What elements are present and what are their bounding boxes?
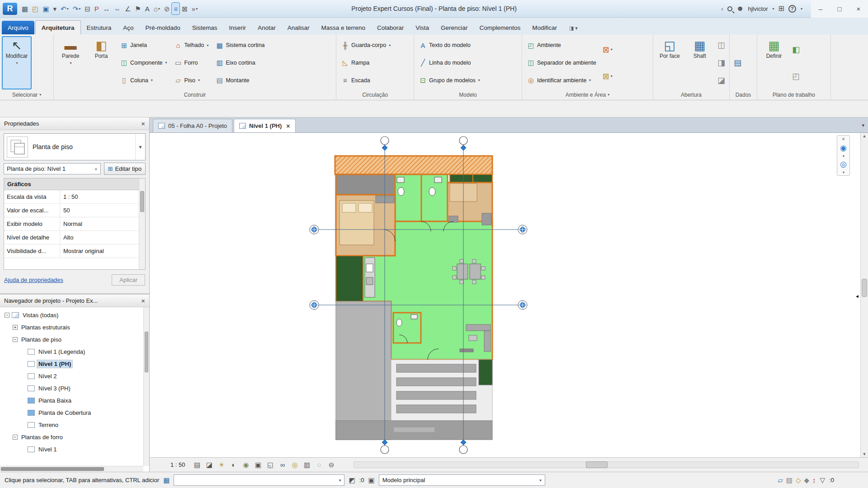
parede-button[interactable]: ▬Parede▾ [56, 36, 85, 89]
ribbon-state-dropdown-icon[interactable]: ▾ [575, 26, 578, 31]
janela-button[interactable]: ⊞Janela [118, 41, 170, 50]
eixo-cortina-button[interactable]: ▥Eixo cortina [213, 58, 267, 67]
export-pdf-button[interactable]: P [93, 3, 101, 14]
modificar-button[interactable]: ↖Modificar▾ [2, 36, 32, 89]
scroll-up-icon[interactable]: ▲ [861, 134, 868, 138]
workset-selector[interactable]: ▾ [174, 474, 344, 486]
componente-button[interactable]: ◫Componente▾ [118, 58, 170, 67]
por-face-button[interactable]: ◱Por face [655, 36, 684, 89]
tree-item-nivel-1-legenda[interactable]: Nível 1 (Legenda) [0, 346, 149, 358]
property-value[interactable]: 50 [60, 204, 145, 217]
steering-wheel-icon[interactable]: ◉ [840, 144, 847, 152]
tree-item-nivel-1[interactable]: Nível 1 [0, 443, 149, 455]
property-value[interactable]: Mostrar original [60, 244, 145, 258]
scroll-down-icon[interactable]: ▼ [861, 452, 868, 456]
project-browser-close-icon[interactable]: × [141, 297, 145, 305]
tree-item-plantas-estruturais[interactable]: +Plantas estruturais [0, 321, 149, 333]
ribbon-tab-sistemas[interactable]: Sistemas [186, 21, 223, 34]
grupo-de-modelos-button[interactable]: ⊡Grupo de modelos▾ [417, 76, 482, 84]
tree-item-plantas-de-forro[interactable]: −Plantas de forro [0, 431, 149, 443]
canvas-horizontal-scrollbar[interactable] [354, 461, 859, 468]
revit-icon[interactable]: R [3, 3, 17, 15]
ribbon-tab-massa-e-terreno[interactable]: Massa e terreno [316, 21, 372, 34]
shaft-button[interactable]: ▦Shaft [685, 36, 714, 89]
workplane-viewer-button[interactable]: ◰ [791, 71, 801, 81]
forro-button[interactable]: ▭Forro [172, 58, 211, 67]
search-icon[interactable] [727, 6, 732, 11]
dormer-opening-button[interactable]: ◪ [717, 75, 726, 85]
steering-wheel-dropdown-icon[interactable]: ▾ [843, 154, 844, 158]
maximize-button[interactable]: □ [830, 0, 849, 18]
hide-analytical-button[interactable]: ◌ [314, 460, 325, 470]
ribbon-tab-arquivo[interactable]: Arquivo [2, 21, 34, 34]
edit-type-button[interactable]: ⊞ Editar tipo [104, 163, 146, 175]
linha-do-modelo-button[interactable]: ╱Linha do modelo [417, 58, 482, 67]
shadows-button[interactable]: ◐ [228, 460, 240, 470]
datum-button[interactable]: ▤ [733, 58, 742, 68]
undo-button[interactable]: ↶▾ [59, 3, 71, 14]
canvas-vertical-scrollbar[interactable]: ▲ ▼ [860, 133, 868, 457]
render-button[interactable]: ◉ [241, 460, 252, 470]
canvas-vscroll-thumb[interactable] [862, 279, 867, 297]
element-selector[interactable]: Planta de piso: Nível 1∨ [4, 163, 101, 174]
design-options-icon[interactable]: ▣ [368, 477, 374, 483]
section-button[interactable]: ⊘ [162, 3, 172, 14]
user-dropdown-icon[interactable]: ▾ [773, 7, 774, 11]
worksets-icon[interactable]: ▦ [163, 477, 170, 483]
reveal-hidden-button[interactable]: ◎ [289, 460, 301, 470]
switch-windows-button[interactable]: »▾ [190, 3, 199, 14]
escada-button[interactable]: ≡Escada [339, 76, 393, 84]
apply-button[interactable]: Aplicar [112, 274, 145, 286]
tab-close-icon[interactable]: × [286, 122, 290, 130]
panel-label[interactable]: Modelo [414, 89, 522, 100]
porta-button[interactable]: ◧Porta [86, 36, 116, 89]
navbar-close-icon[interactable]: × [842, 136, 845, 142]
collapse-icon[interactable]: − [13, 337, 18, 342]
close-button[interactable]: × [849, 0, 868, 18]
canvas-hscroll-thumb[interactable] [586, 461, 608, 468]
area-button[interactable]: ⊠▾ [602, 45, 613, 55]
selection-filter-icon[interactable]: ▽ [820, 477, 826, 483]
definir-button[interactable]: ▦Definir [759, 36, 789, 89]
texto-do-modelo-button[interactable]: ATexto do modelo [417, 41, 482, 50]
design-option-selector[interactable]: Modelo principal▾ [379, 474, 545, 486]
coluna-button[interactable]: ▯Coluna▾ [118, 76, 170, 84]
select-links-toggle[interactable]: ▱ [778, 477, 783, 484]
text-button[interactable]: A [143, 3, 151, 14]
drag-on-selection-toggle[interactable]: ↕ [812, 477, 816, 484]
editing-requests-icon[interactable]: ◩ [349, 477, 355, 483]
ribbon-tab-inserir[interactable]: Inserir [223, 21, 252, 34]
show-workplane-button[interactable]: ◧ [791, 45, 801, 55]
telhado-button[interactable]: ⌂Telhado▾ [172, 41, 211, 50]
ribbon-tab-estrutura[interactable]: Estrutura [81, 21, 118, 34]
zoom-dropdown-icon[interactable]: ▾ [843, 170, 844, 174]
document-tab-05-folha-a0-projeto[interactable]: 05 - Folha A0 - Projeto [153, 119, 232, 132]
print-button[interactable]: ⊟ [83, 3, 92, 14]
montante-button[interactable]: ▤Montante [213, 76, 267, 84]
view-scale-button[interactable]: 1 : 50 [170, 461, 191, 468]
palette-collapse-icon[interactable]: ◄ [855, 294, 859, 299]
tab-list-icon[interactable]: ▾ [862, 123, 864, 128]
expand-icon[interactable]: + [13, 325, 18, 330]
crop-view-button[interactable]: ▣ [253, 460, 264, 470]
tree-item-nivel-1-ph[interactable]: Nível 1 (PH) [0, 358, 149, 370]
panel-label[interactable]: Construir [54, 89, 336, 100]
open-button[interactable]: ◰ [30, 3, 40, 14]
panel-label[interactable]: Abertura [653, 89, 729, 100]
measure-button[interactable]: ↔ [101, 3, 112, 14]
panel-label[interactable]: Plano de trabalho [757, 89, 830, 100]
tree-item-planta-de-cobertura[interactable]: Planta de Cobertura [0, 407, 149, 419]
ribbon-tab-anotar[interactable]: Anotar [252, 21, 282, 34]
ribbon-tab-colaborar[interactable]: Colaborar [371, 21, 410, 34]
area-boundary-button[interactable]: ⊠▾ [602, 71, 613, 81]
ribbon-tab-pre-moldado[interactable]: Pré-moldado [140, 21, 186, 34]
visual-style-button[interactable]: ◪ [204, 460, 215, 470]
username[interactable]: hjlvictor [748, 5, 768, 12]
vertical-opening-button[interactable]: ◨ [717, 58, 726, 68]
properties-help-link[interactable]: Ajuda de propriedades [4, 277, 63, 283]
panel-label[interactable]: Dados [730, 89, 757, 100]
user-avatar-icon[interactable]: ☻ [736, 5, 744, 12]
help-icon[interactable]: ? [788, 5, 796, 13]
tree-item-plantas-de-piso[interactable]: −Plantas de piso [0, 333, 149, 346]
browser-horizontal-scrollbar[interactable] [0, 466, 143, 472]
